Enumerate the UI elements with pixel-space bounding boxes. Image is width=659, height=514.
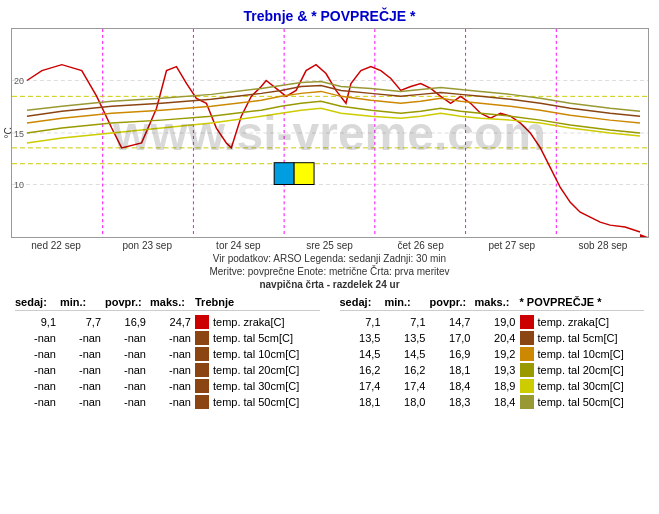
subtitle1: Vir podatkov: ARSO Legenda: sedanji Zadn… xyxy=(10,253,649,264)
subtitle3: navpična črta - razdelek 24 ur xyxy=(10,279,649,290)
legend-label: temp. tal 30cm[C] xyxy=(538,380,624,392)
hdr-povpr-1: povpr.: xyxy=(105,296,150,308)
subtitle2: Meritve: povprečne Enote: metrične Črta:… xyxy=(10,266,649,277)
trebnje-title: Trebnje xyxy=(195,296,320,308)
hdr-maks-2: maks.: xyxy=(475,296,520,308)
x-label-6: sob 28 sep xyxy=(557,240,648,251)
data-sections: sedaj: min.: povpr.: maks.: Trebnje 9,17… xyxy=(10,296,649,410)
hdr-povpr-2: povpr.: xyxy=(430,296,475,308)
section-trebnje: sedaj: min.: povpr.: maks.: Trebnje 9,17… xyxy=(15,296,320,410)
legend-color xyxy=(520,379,534,393)
svg-text:15: 15 xyxy=(13,129,23,139)
legend-label: temp. tal 50cm[C] xyxy=(213,396,299,408)
legend-label: temp. zraka[C] xyxy=(538,316,610,328)
legend-label: temp. tal 30cm[C] xyxy=(213,380,299,392)
table-row: 7,17,114,719,0temp. zraka[C] xyxy=(340,314,645,330)
legend-item: temp. zraka[C] xyxy=(520,315,645,329)
legend-item: temp. tal 10cm[C] xyxy=(195,347,320,361)
chart-area: www.si-vreme.com 20 15 10 xyxy=(11,28,649,238)
svg-text:20: 20 xyxy=(13,76,23,86)
legend-color xyxy=(520,347,534,361)
x-label-1: pon 23 sep xyxy=(102,240,193,251)
legend-color xyxy=(195,331,209,345)
povprecje-rows: 7,17,114,719,0temp. zraka[C]13,513,517,0… xyxy=(340,314,645,410)
legend-item: temp. tal 5cm[C] xyxy=(195,331,320,345)
hdr-min-1: min.: xyxy=(60,296,105,308)
x-axis-labels: ned 22 sep pon 23 sep tor 24 sep sre 25 … xyxy=(11,240,649,251)
legend-color xyxy=(520,315,534,329)
section-povprecje: sedaj: min.: povpr.: maks.: * POVPREČJE … xyxy=(340,296,645,410)
legend-item: temp. tal 10cm[C] xyxy=(520,347,645,361)
table-row: 16,216,218,119,3temp. tal 20cm[C] xyxy=(340,362,645,378)
povprecje-title: * POVPREČJE * xyxy=(520,296,645,308)
chart-svg: 20 15 10 xyxy=(12,29,648,237)
chart-title: Trebnje & * POVPREČJE * xyxy=(10,8,649,24)
legend-label: temp. tal 50cm[C] xyxy=(538,396,624,408)
legend-label: temp. zraka[C] xyxy=(213,316,285,328)
legend-item: temp. zraka[C] xyxy=(195,315,320,329)
x-label-0: ned 22 sep xyxy=(11,240,102,251)
table-row: -nan-nan-nan-nantemp. tal 10cm[C] xyxy=(15,346,320,362)
legend-color xyxy=(520,395,534,409)
legend-label: temp. tal 5cm[C] xyxy=(538,332,618,344)
hdr-min-2: min.: xyxy=(385,296,430,308)
legend-color xyxy=(195,395,209,409)
legend-color xyxy=(520,363,534,377)
legend-label: temp. tal 10cm[C] xyxy=(538,348,624,360)
table-row: -nan-nan-nan-nantemp. tal 50cm[C] xyxy=(15,394,320,410)
x-label-3: sre 25 sep xyxy=(284,240,375,251)
svg-rect-17 xyxy=(294,163,314,185)
legend-item: temp. tal 50cm[C] xyxy=(520,395,645,409)
table-row: 18,118,018,318,4temp. tal 50cm[C] xyxy=(340,394,645,410)
x-label-2: tor 24 sep xyxy=(193,240,284,251)
hdr-maks-1: maks.: xyxy=(150,296,195,308)
table-row: 13,513,517,020,4temp. tal 5cm[C] xyxy=(340,330,645,346)
legend-item: temp. tal 20cm[C] xyxy=(520,363,645,377)
table-row: -nan-nan-nan-nantemp. tal 20cm[C] xyxy=(15,362,320,378)
legend-color xyxy=(520,331,534,345)
table-row: 17,417,418,418,9temp. tal 30cm[C] xyxy=(340,378,645,394)
povprecje-header: sedaj: min.: povpr.: maks.: * POVPREČJE … xyxy=(340,296,645,311)
x-label-4: čet 26 sep xyxy=(375,240,466,251)
legend-label: temp. tal 20cm[C] xyxy=(213,364,299,376)
legend-color xyxy=(195,363,209,377)
legend-label: temp. tal 5cm[C] xyxy=(213,332,293,344)
table-row: -nan-nan-nan-nantemp. tal 30cm[C] xyxy=(15,378,320,394)
trebnje-rows: 9,17,716,924,7temp. zraka[C]-nan-nan-nan… xyxy=(15,314,320,410)
legend-item: temp. tal 30cm[C] xyxy=(520,379,645,393)
table-row: -nan-nan-nan-nantemp. tal 5cm[C] xyxy=(15,330,320,346)
legend-color xyxy=(195,379,209,393)
legend-label: temp. tal 10cm[C] xyxy=(213,348,299,360)
table-row: 9,17,716,924,7temp. zraka[C] xyxy=(15,314,320,330)
table-row: 14,514,516,919,2temp. tal 10cm[C] xyxy=(340,346,645,362)
legend-color xyxy=(195,347,209,361)
x-label-5: pet 27 sep xyxy=(466,240,557,251)
hdr-sedaj-1: sedaj: xyxy=(15,296,60,308)
legend-item: temp. tal 30cm[C] xyxy=(195,379,320,393)
legend-label: temp. tal 20cm[C] xyxy=(538,364,624,376)
legend-color xyxy=(195,315,209,329)
legend-item: temp. tal 5cm[C] xyxy=(520,331,645,345)
hdr-sedaj-2: sedaj: xyxy=(340,296,385,308)
svg-text:10: 10 xyxy=(13,180,23,190)
svg-rect-16 xyxy=(274,163,294,185)
trebnje-header: sedaj: min.: povpr.: maks.: Trebnje xyxy=(15,296,320,311)
legend-item: temp. tal 20cm[C] xyxy=(195,363,320,377)
legend-item: temp. tal 50cm[C] xyxy=(195,395,320,409)
